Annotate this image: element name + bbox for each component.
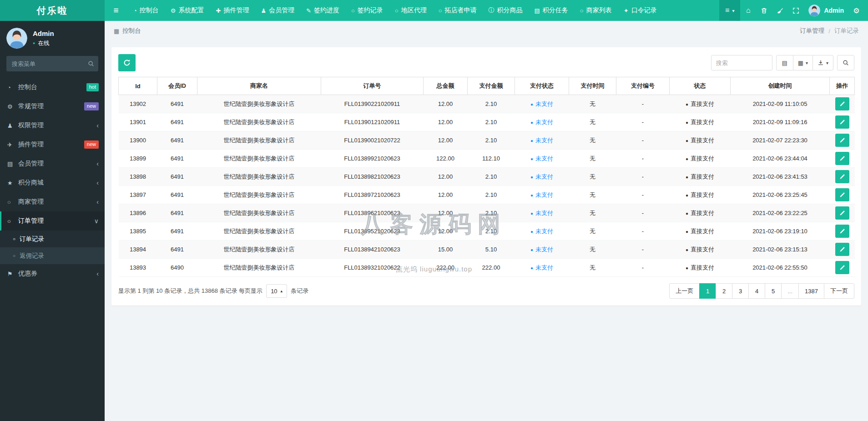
- edit-button[interactable]: [835, 206, 849, 220]
- breadcrumb-parent[interactable]: 订单管理: [800, 27, 824, 35]
- topnav-item[interactable]: ▤ 积分任务: [529, 0, 574, 21]
- page-button[interactable]: 4: [748, 283, 765, 299]
- topnav-item[interactable]: ○ 地区代理: [389, 0, 433, 21]
- table-search-input[interactable]: [711, 55, 772, 70]
- sidebar-item-link[interactable]: ⚑ 优惠券 ‹: [0, 264, 105, 283]
- sidebar-item-link[interactable]: ✈ 插件管理 new: [0, 135, 105, 154]
- edit-button[interactable]: [835, 225, 849, 238]
- edit-button[interactable]: [835, 115, 849, 129]
- pay-status-text: 未支付: [535, 246, 553, 253]
- topnav-item[interactable]: ⓘ 积分商品: [483, 0, 529, 21]
- column-header[interactable]: 状态: [670, 77, 731, 95]
- column-header[interactable]: 支付金额: [468, 77, 515, 95]
- column-header[interactable]: 创建时间: [731, 77, 830, 95]
- cell-pay-status: ●未支付: [515, 186, 569, 204]
- common-search-button[interactable]: ▤: [776, 55, 793, 70]
- sidebar-item-link[interactable]: ★ 积分商城 ‹: [0, 173, 105, 192]
- breadcrumb: 订单管理 / 订单记录: [800, 27, 859, 35]
- points-mall-icon: ★: [7, 180, 18, 186]
- cell-created-time: 2021-02-06 23:22:25: [731, 204, 830, 222]
- app-logo[interactable]: 付乐啦: [0, 0, 105, 21]
- page-size-select[interactable]: 10 ▴: [266, 284, 287, 298]
- sidebar-item-link[interactable]: ○ 商家管理 ‹: [0, 192, 105, 211]
- sidebar-item-link[interactable]: ♟ 权限管理 ‹: [0, 116, 105, 135]
- column-header[interactable]: 支付编号: [616, 77, 670, 95]
- search-icon[interactable]: [88, 60, 94, 67]
- column-header[interactable]: 会员ID: [157, 77, 197, 95]
- sidebar-item-link[interactable]: ⚙ 常规管理 new: [0, 97, 105, 116]
- column-header[interactable]: 总金额: [424, 77, 468, 95]
- sidebar-user-info: Admin ● 在线: [33, 30, 54, 47]
- topnav-item[interactable]: ✚ 插件管理: [210, 0, 255, 21]
- cell-pay-no: -: [616, 241, 670, 259]
- clean-data-button[interactable]: [772, 0, 788, 21]
- refresh-button[interactable]: [118, 54, 136, 71]
- topnav-item[interactable]: ✦ 口令记录: [618, 0, 663, 21]
- column-header[interactable]: Id: [119, 77, 157, 95]
- edit-button[interactable]: [835, 134, 849, 147]
- sidebar-item-link[interactable]: ○ 订单管理 ∨: [0, 211, 105, 231]
- sidebar-toggle-button[interactable]: ≡: [105, 0, 127, 21]
- page-button[interactable]: 1: [699, 283, 716, 299]
- topnav-item[interactable]: ○ 拓店者申请: [433, 0, 483, 21]
- cell-actions: [830, 241, 855, 259]
- table-row: 13894 6491 世纪陆壹捌美妆形象设计店 FLL0138942102062…: [119, 241, 855, 259]
- column-header[interactable]: 支付状态: [515, 77, 569, 95]
- column-header[interactable]: 商家名: [197, 77, 321, 95]
- next-page-button[interactable]: 下一页: [824, 283, 854, 299]
- page-button[interactable]: ...: [781, 283, 799, 299]
- trash-icon: [761, 7, 767, 14]
- sign-record-icon: ○: [351, 7, 355, 14]
- user-menu[interactable]: Admin: [804, 0, 848, 21]
- column-header[interactable]: 订单号: [321, 77, 424, 95]
- sidebar-subitem-link[interactable]: ○ 订单记录: [0, 231, 105, 247]
- topnav-item[interactable]: ◔ 控制台: [127, 0, 165, 21]
- sidebar-search-input[interactable]: [6, 56, 98, 71]
- topnav-item[interactable]: ♟ 会员管理: [255, 0, 300, 21]
- sidebar-item-link[interactable]: ▤ 会员管理 ‹: [0, 154, 105, 173]
- edit-button[interactable]: [835, 188, 849, 201]
- sidebar-user-name: Admin: [33, 30, 54, 37]
- export-button[interactable]: ▾: [812, 55, 833, 70]
- edit-button[interactable]: [835, 170, 849, 183]
- cell-member-id: 6491: [157, 186, 197, 204]
- sidebar-subitem-link[interactable]: ○ 返佣记录: [0, 247, 105, 264]
- cell-actions: [830, 113, 855, 131]
- clear-cache-button[interactable]: [756, 0, 772, 21]
- topnav-item[interactable]: ○ 商家列表: [574, 0, 618, 21]
- topnav-item[interactable]: ⚙ 系统配置: [165, 0, 210, 21]
- toggle-search-button[interactable]: [837, 55, 854, 70]
- cell-pay-no: -: [616, 131, 670, 150]
- cell-created-time: 2021-02-06 23:25:45: [731, 186, 830, 204]
- status-text: 直接支付: [691, 100, 714, 107]
- page-button[interactable]: 1387: [798, 283, 824, 299]
- column-header[interactable]: 操作: [830, 77, 855, 95]
- table-row: 13898 6491 世纪陆壹捌美妆形象设计店 FLL0138982102062…: [119, 168, 855, 186]
- columns-button[interactable]: ▦▾: [793, 55, 813, 70]
- circle-icon: ○: [13, 253, 15, 258]
- coupon-icon: ⚑: [7, 271, 18, 277]
- auth-icon: ♟: [7, 122, 18, 129]
- page-button[interactable]: 2: [716, 283, 732, 299]
- column-header[interactable]: 支付时间: [569, 77, 616, 95]
- edit-button[interactable]: [835, 243, 849, 256]
- settings-button[interactable]: ⚙: [848, 0, 864, 21]
- cell-pay-time: 无: [569, 113, 616, 131]
- cell-order-no: FLL01389321020622: [321, 259, 424, 277]
- edit-button[interactable]: [835, 261, 849, 274]
- topnav-item[interactable]: ✎ 签约进度: [300, 0, 345, 21]
- addon-icon: ✈: [7, 141, 18, 148]
- prev-page-button[interactable]: 上一页: [669, 283, 700, 299]
- topnav-item[interactable]: ○ 签约记录: [345, 0, 389, 21]
- page-button[interactable]: 3: [732, 283, 749, 299]
- edit-button[interactable]: [835, 97, 849, 110]
- nav-list-dropdown-button[interactable]: ≡ ▾: [719, 0, 740, 21]
- page-button[interactable]: 5: [765, 283, 782, 299]
- edit-button[interactable]: [835, 152, 849, 165]
- home-button[interactable]: ⌂: [740, 0, 756, 21]
- caret-up-icon: ▴: [281, 289, 283, 293]
- breadcrumb-current[interactable]: 控制台: [122, 27, 141, 35]
- sidebar-item-link[interactable]: ◔ 控制台 hot: [0, 78, 105, 97]
- cell-total-amount: 12.00: [424, 168, 468, 186]
- fullscreen-button[interactable]: [788, 0, 804, 21]
